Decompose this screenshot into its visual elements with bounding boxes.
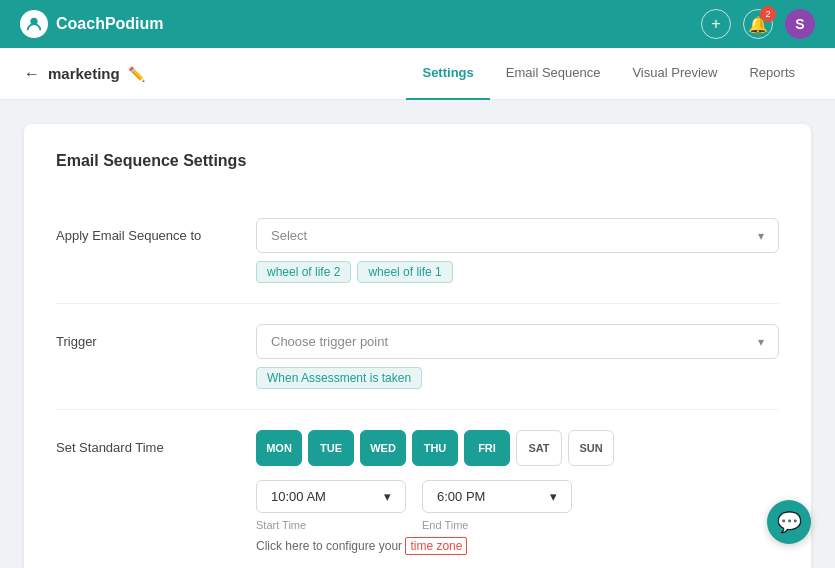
trigger-row: Trigger Choose trigger point ▾ When Asse… (56, 304, 779, 410)
tab-email-sequence[interactable]: Email Sequence (490, 48, 617, 100)
trigger-tags: When Assessment is taken (256, 367, 779, 389)
tab-settings[interactable]: Settings (406, 48, 489, 100)
day-thu[interactable]: THU (412, 430, 458, 466)
notification-button[interactable]: 🔔 2 (743, 9, 773, 39)
trigger-select[interactable]: Choose trigger point ▾ (256, 324, 779, 359)
app-header: CoachPodium + 🔔 2 S (0, 0, 835, 48)
tag-item[interactable]: wheel of life 1 (357, 261, 452, 283)
start-time-select[interactable]: 10:00 AM ▾ (256, 480, 406, 513)
breadcrumb: ← marketing ✏️ (24, 65, 145, 83)
apply-control: Select ▾ wheel of life 2 wheel of life 1 (256, 218, 779, 283)
settings-card: Email Sequence Settings Apply Email Sequ… (24, 124, 811, 568)
timezone-link[interactable]: time zone (405, 537, 467, 555)
tab-reports[interactable]: Reports (733, 48, 811, 100)
end-time-wrap: 6:00 PM ▾ End Time (422, 480, 572, 531)
day-mon[interactable]: MON (256, 430, 302, 466)
add-button[interactable]: + (701, 9, 731, 39)
day-sun[interactable]: SUN (568, 430, 614, 466)
tag-item[interactable]: wheel of life 2 (256, 261, 351, 283)
day-tue[interactable]: TUE (308, 430, 354, 466)
end-time-label: End Time (422, 519, 572, 531)
timezone-prefix: Click here to configure your (256, 539, 402, 553)
day-buttons: MON TUE WED THU FRI SAT SUN (256, 430, 779, 466)
back-button[interactable]: ← (24, 65, 40, 83)
day-sat[interactable]: SAT (516, 430, 562, 466)
apply-label: Apply Email Sequence to (56, 218, 216, 243)
end-time-select[interactable]: 6:00 PM ▾ (422, 480, 572, 513)
apply-select-value: Select (271, 228, 307, 243)
timezone-text: Click here to configure your time zone (256, 539, 779, 553)
time-selects: 10:00 AM ▾ Start Time 6:00 PM ▾ End Time (256, 480, 779, 531)
card-title: Email Sequence Settings (56, 152, 779, 170)
chevron-down-icon: ▾ (384, 489, 391, 504)
logo-icon (20, 10, 48, 38)
apply-row: Apply Email Sequence to Select ▾ wheel o… (56, 198, 779, 304)
avatar-button[interactable]: S (785, 9, 815, 39)
chat-fab[interactable]: 💬 (767, 500, 811, 544)
day-fri[interactable]: FRI (464, 430, 510, 466)
trigger-tag-item[interactable]: When Assessment is taken (256, 367, 422, 389)
header-actions: + 🔔 2 S (701, 9, 815, 39)
chevron-down-icon: ▾ (758, 229, 764, 243)
chevron-down-icon: ▾ (758, 335, 764, 349)
sub-header: ← marketing ✏️ Settings Email Sequence V… (0, 48, 835, 100)
trigger-label: Trigger (56, 324, 216, 349)
logo: CoachPodium (20, 10, 164, 38)
trigger-control: Choose trigger point ▾ When Assessment i… (256, 324, 779, 389)
page-title: marketing (48, 65, 120, 82)
apply-tags: wheel of life 2 wheel of life 1 (256, 261, 779, 283)
time-row: Set Standard Time MON TUE WED THU FRI SA… (56, 410, 779, 568)
main-content: Email Sequence Settings Apply Email Sequ… (0, 100, 835, 568)
end-time-value: 6:00 PM (437, 489, 485, 504)
start-time-value: 10:00 AM (271, 489, 326, 504)
start-time-wrap: 10:00 AM ▾ Start Time (256, 480, 406, 531)
day-wed[interactable]: WED (360, 430, 406, 466)
logo-text: CoachPodium (56, 15, 164, 33)
apply-select[interactable]: Select ▾ (256, 218, 779, 253)
tab-visual-preview[interactable]: Visual Preview (616, 48, 733, 100)
chevron-down-icon: ▾ (550, 489, 557, 504)
edit-icon[interactable]: ✏️ (128, 66, 145, 82)
notification-badge: 2 (760, 6, 776, 22)
nav-tabs: Settings Email Sequence Visual Preview R… (406, 48, 811, 99)
time-control: MON TUE WED THU FRI SAT SUN 10:00 AM ▾ S… (256, 430, 779, 553)
time-label: Set Standard Time (56, 430, 216, 455)
trigger-select-value: Choose trigger point (271, 334, 388, 349)
start-time-label: Start Time (256, 519, 406, 531)
